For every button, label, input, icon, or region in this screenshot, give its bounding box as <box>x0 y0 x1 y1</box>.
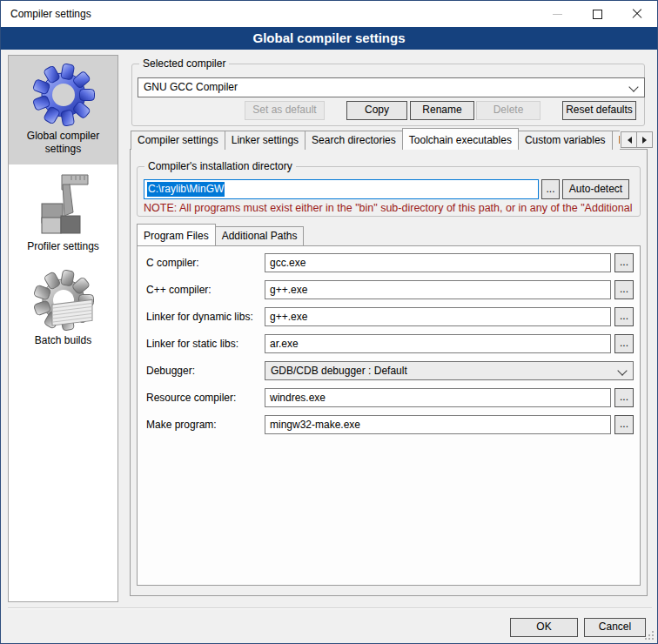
directory-note-text: NOTE: All programs must exist either in … <box>144 202 641 214</box>
selected-compiler-group-label: Selected compiler <box>139 57 229 70</box>
field-input-linker-for-dynamic-libs[interactable]: g++.exe <box>265 307 611 326</box>
browse-button-linker-for-static-libs[interactable]: ... <box>614 334 634 353</box>
browse-button-make-program[interactable]: ... <box>614 415 634 434</box>
field-input-c-compiler[interactable]: gcc.exe <box>265 253 611 272</box>
cancel-button[interactable]: Cancel <box>584 618 646 637</box>
tab-compiler-settings[interactable]: Compiler settings <box>131 131 225 150</box>
tab-scroll-left-button[interactable] <box>621 131 637 148</box>
field-label-c-compiler: C compiler: <box>146 257 199 269</box>
maximize-button[interactable] <box>577 1 617 27</box>
field-label-linker-for-dynamic-libs: Linker for dynamic libs: <box>146 311 253 323</box>
page-title: Global compiler settings <box>1 27 657 50</box>
browse-button-linker-for-dynamic-libs[interactable]: ... <box>614 307 634 326</box>
arrow-right-icon <box>642 137 650 144</box>
minimize-button[interactable] <box>537 1 577 27</box>
sidebar-item-label: Profiler settings <box>10 240 116 253</box>
blue-gear-icon <box>10 64 116 126</box>
close-icon <box>632 9 642 19</box>
gray-gear-stack-icon <box>10 270 116 331</box>
chevron-down-icon <box>628 82 638 91</box>
field-label-linker-for-static-libs: Linker for static libs: <box>146 338 238 350</box>
browse-directory-button[interactable]: ... <box>541 179 560 199</box>
sidebar-item-label: Batch builds <box>10 334 116 347</box>
tab-toolchain-executables[interactable]: Toolchain executables <box>402 128 519 150</box>
debugger-dropdown[interactable]: GDB/CDB debugger : Default <box>265 361 634 380</box>
sidebar-item-global-compiler-settings[interactable]: Global compiler settings <box>9 56 118 164</box>
field-label-c-compiler: C++ compiler: <box>146 284 212 296</box>
tab-custom-variables[interactable]: Custom variables <box>518 131 613 150</box>
installation-directory-input[interactable]: C:\raylib\MinGW <box>144 179 539 199</box>
installation-directory-selected-text: C:\raylib\MinGW <box>147 182 225 197</box>
sidebar-item-profiler-settings[interactable]: Profiler settings <box>9 164 118 262</box>
tab-build[interactable]: Build <box>612 131 620 150</box>
program-files-panel: C compiler:gcc.exe...C++ compiler:g++.ex… <box>137 245 641 586</box>
sidebar-item-label: Global compiler settings <box>10 130 116 156</box>
tab-search-directories[interactable]: Search directories <box>305 131 403 150</box>
paths-tab-bar: Program FilesAdditional Paths <box>137 224 485 245</box>
field-input-make-program[interactable]: mingw32-make.exe <box>265 415 611 434</box>
delete-button: Delete <box>476 101 540 120</box>
debugger-value: GDB/CDB debugger : Default <box>271 365 407 377</box>
chevron-down-icon <box>617 366 627 375</box>
installation-directory-group-label: Compiler's installation directory <box>144 160 296 172</box>
selected-compiler-value: GNU GCC Compiler <box>144 81 238 93</box>
title-bar[interactable]: Compiler settings <box>1 1 657 27</box>
maximize-icon <box>593 10 602 19</box>
browse-button-resource-compiler[interactable]: ... <box>614 388 634 407</box>
settings-tab-bar: Compiler settingsLinker settingsSearch d… <box>131 128 620 150</box>
field-label-resource-compiler: Resource compiler: <box>146 392 236 404</box>
arrow-left-icon <box>624 137 632 144</box>
copy-button[interactable]: Copy <box>346 101 407 120</box>
minimize-icon <box>553 14 562 15</box>
window-title: Compiler settings <box>10 8 91 20</box>
selected-compiler-dropdown[interactable]: GNU GCC Compiler <box>138 77 645 97</box>
caliper-icon <box>10 172 116 237</box>
rename-button[interactable]: Rename <box>410 101 474 120</box>
tab-additional-paths[interactable]: Additional Paths <box>215 226 305 245</box>
ok-button[interactable]: OK <box>510 618 578 637</box>
tab-linker-settings[interactable]: Linker settings <box>225 131 306 150</box>
sidebar-item-batch-builds[interactable]: Batch builds <box>9 262 118 356</box>
browse-button-c-compiler[interactable]: ... <box>614 253 634 272</box>
field-input-c-compiler[interactable]: g++.exe <box>265 280 611 299</box>
field-input-linker-for-static-libs[interactable]: ar.exe <box>265 334 611 353</box>
tab-scroll-right-button[interactable] <box>636 131 653 148</box>
close-button[interactable] <box>617 1 657 27</box>
field-label-debugger: Debugger: <box>146 365 195 377</box>
reset-defaults-button[interactable]: Reset defaults <box>562 101 636 120</box>
tab-program-files[interactable]: Program Files <box>137 224 216 245</box>
settings-category-list: Global compiler settings Profiler settin… <box>8 55 118 602</box>
compiler-settings-dialog: Compiler settings Global compiler settin… <box>0 0 658 644</box>
field-input-resource-compiler[interactable]: windres.exe <box>265 388 611 407</box>
browse-button-c-compiler[interactable]: ... <box>614 280 634 299</box>
set-as-default-button: Set as default <box>245 101 325 120</box>
resize-grip-icon[interactable] <box>645 631 654 640</box>
field-label-make-program: Make program: <box>146 419 217 431</box>
footer-divider <box>8 607 652 609</box>
auto-detect-button[interactable]: Auto-detect <box>562 179 629 199</box>
